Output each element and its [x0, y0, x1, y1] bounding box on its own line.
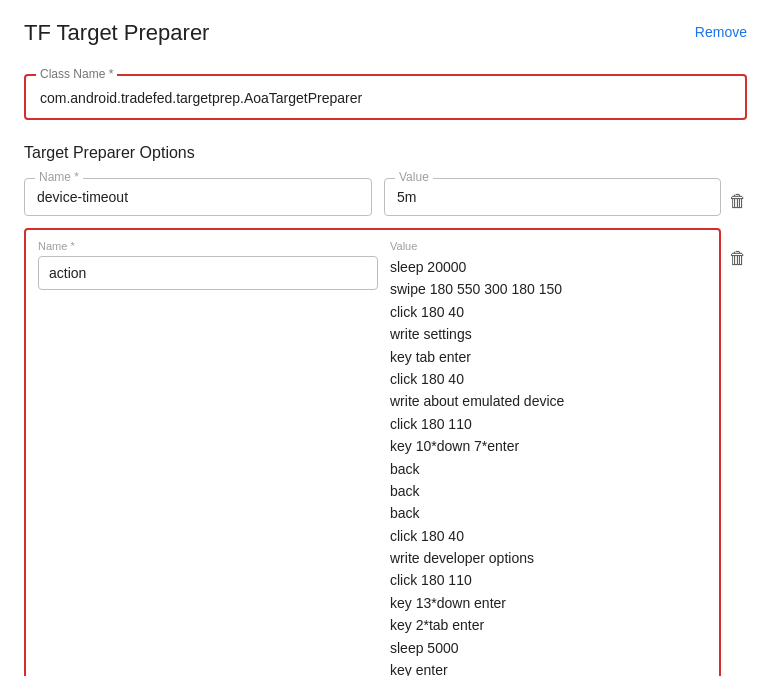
option-row-1: Name * device-timeout Value 5m 🗑: [24, 178, 747, 216]
name-value-2: action: [49, 265, 86, 281]
section-title: Target Preparer Options: [24, 144, 747, 162]
delete-button-2[interactable]: 🗑: [729, 248, 747, 269]
option-row-2-wrapper: Name * action Value sleep 20000 swipe 18…: [24, 228, 747, 676]
remove-button[interactable]: Remove: [695, 24, 747, 40]
value-value-2: sleep 20000 swipe 180 550 300 180 150 cl…: [390, 256, 707, 676]
name-value-1: device-timeout: [37, 189, 359, 205]
delete-button-1[interactable]: 🗑: [729, 191, 747, 212]
class-name-container: Class Name * com.android.tradefed.target…: [24, 74, 747, 120]
page-title: TF Target Preparer: [24, 20, 209, 46]
name-label-1: Name *: [35, 170, 83, 184]
value-value-1: 5m: [397, 189, 708, 205]
class-name-label: Class Name *: [36, 67, 117, 81]
class-name-value: com.android.tradefed.targetprep.AoaTarge…: [40, 88, 731, 106]
name-container-2: Name * action: [38, 240, 378, 676]
value-container-2: Value sleep 20000 swipe 180 550 300 180 …: [390, 240, 707, 676]
value-label-2: Value: [390, 240, 707, 252]
option-row-2: Name * action Value sleep 20000 swipe 18…: [24, 228, 721, 676]
value-label-1: Value: [395, 170, 433, 184]
value-field-1: Value 5m: [384, 178, 721, 216]
name-label-2: Name *: [38, 240, 378, 252]
name-input-2: action: [38, 256, 378, 290]
name-field-1: Name * device-timeout: [24, 178, 372, 216]
